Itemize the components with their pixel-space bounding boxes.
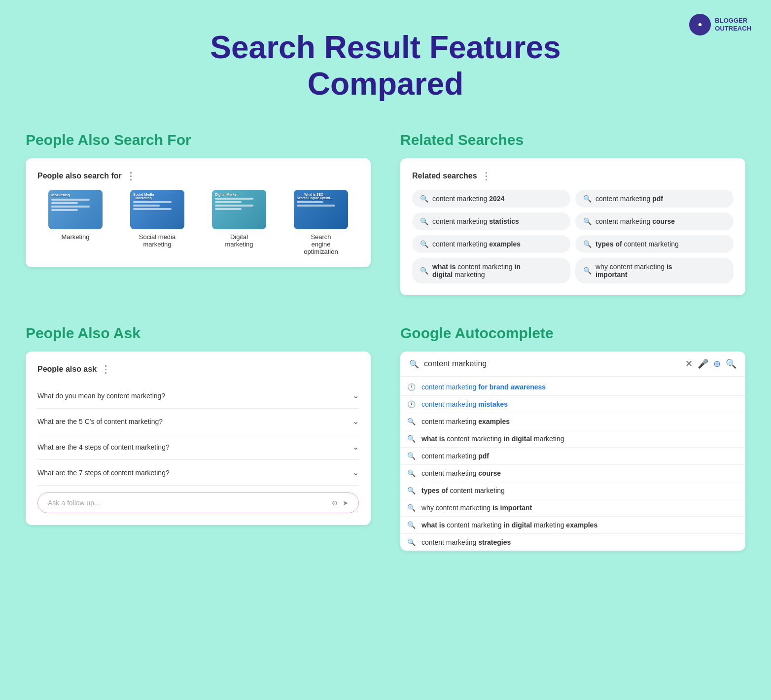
paa-question-text: What are the 4 steps of content marketin… bbox=[37, 443, 170, 451]
search-icon: 🔍 bbox=[407, 504, 416, 512]
related-item-text: content marketing statistics bbox=[432, 217, 519, 225]
page-title: Search Result Features Compared bbox=[20, 30, 751, 102]
autocomplete-item[interactable]: 🔍 content marketing examples bbox=[400, 413, 745, 430]
related-item[interactable]: 🔍 types of content marketing bbox=[575, 235, 734, 253]
paa-question-2[interactable]: What are the 5 C's of content marketing?… bbox=[37, 409, 359, 434]
autocomplete-section-label: Google Autocomplete bbox=[400, 325, 745, 342]
search-icon: 🔍 bbox=[409, 359, 419, 369]
autocomplete-item[interactable]: 🔍 what is content marketing in digital m… bbox=[400, 517, 745, 534]
close-icon[interactable]: ✕ bbox=[685, 358, 693, 369]
ac-item-text: content marketing strategies bbox=[421, 538, 511, 546]
related-item[interactable]: 🔍 content marketing examples bbox=[412, 235, 570, 253]
pasf-thumb-digital: Digital Marke... bbox=[212, 190, 266, 229]
search-icon: 🔍 bbox=[420, 240, 428, 248]
search-icon: 🔍 bbox=[407, 452, 416, 460]
search-icon: 🔍 bbox=[407, 435, 416, 443]
search-icon: 🔍 bbox=[407, 538, 416, 546]
paa-question-1[interactable]: What do you mean by content marketing? ⌄ bbox=[37, 383, 359, 409]
search-icon: 🔍 bbox=[583, 240, 592, 248]
logo: BLOGGER OUTREACH bbox=[689, 14, 751, 35]
svg-point-1 bbox=[699, 23, 701, 26]
ac-item-text: content marketing mistakes bbox=[421, 400, 508, 408]
related-item[interactable]: 🔍 content marketing 2024 bbox=[412, 190, 570, 208]
related-menu-dots: ⋮ bbox=[481, 170, 492, 182]
ac-item-text: content marketing course bbox=[421, 469, 501, 477]
paa-followup-placeholder: Ask a follow up... bbox=[48, 499, 100, 507]
paa-menu-dots: ⋮ bbox=[101, 363, 111, 375]
related-item-text: why content marketing isimportant bbox=[596, 263, 672, 279]
related-grid: 🔍 content marketing 2024 🔍 content marke… bbox=[412, 190, 734, 283]
ac-item-text: types of content marketing bbox=[421, 487, 505, 494]
related-item-text: content marketing 2024 bbox=[432, 195, 504, 203]
pasf-item[interactable]: What is SEO -Search Engine Optimi... Sea… bbox=[283, 190, 359, 255]
paa-followup-icons: ⊙ ➤ bbox=[332, 499, 349, 507]
related-item[interactable]: 🔍 why content marketing isimportant bbox=[575, 258, 734, 283]
pasf-label-seo: Searchengineoptimization bbox=[304, 233, 338, 255]
search-icon: 🔍 bbox=[407, 487, 416, 494]
search-icon: 🔍 bbox=[583, 195, 592, 203]
pasf-label-social: Social mediamarketing bbox=[139, 233, 175, 248]
autocomplete-search-bar[interactable]: 🔍 content marketing ✕ 🎤 ⊕ 🔍 bbox=[400, 351, 745, 377]
related-section-label: Related Searches bbox=[400, 132, 745, 148]
pasf-label-marketing: Marketing bbox=[61, 233, 89, 241]
pasf-label-digital: Digitalmarketing bbox=[225, 233, 253, 248]
history-icon: 🕐 bbox=[407, 383, 416, 391]
autocomplete-item[interactable]: 🔍 what is content marketing in digital m… bbox=[400, 430, 745, 448]
pasf-section: People Also Search For People also searc… bbox=[26, 132, 371, 295]
ac-item-text: content marketing examples bbox=[421, 418, 510, 425]
related-item[interactable]: 🔍 what is content marketing indigital ma… bbox=[412, 258, 570, 283]
search-icon: 🔍 bbox=[420, 195, 428, 203]
search-icon: 🔍 bbox=[420, 217, 428, 225]
pasf-card-header: People also search for ⋮ bbox=[37, 170, 359, 182]
pasf-thumb-marketing: Marketing bbox=[48, 190, 103, 229]
pasf-thumb-seo: What is SEO -Search Engine Optimi... bbox=[294, 190, 348, 229]
paa-section: People Also Ask People also ask ⋮ What d… bbox=[26, 325, 371, 551]
paa-question-text: What are the 7 steps of content marketin… bbox=[37, 469, 170, 477]
main-grid: People Also Search For People also searc… bbox=[26, 132, 745, 551]
paa-question-text: What are the 5 C's of content marketing? bbox=[37, 418, 163, 425]
search-icon: 🔍 bbox=[420, 267, 428, 275]
related-item-text: content marketing course bbox=[596, 217, 675, 225]
paa-question-text: What do you mean by content marketing? bbox=[37, 392, 165, 400]
related-item-text: content marketing examples bbox=[432, 240, 521, 248]
ac-item-text: content marketing pdf bbox=[421, 452, 489, 460]
autocomplete-item[interactable]: 🔍 content marketing strategies bbox=[400, 534, 745, 551]
autocomplete-item[interactable]: 🔍 content marketing pdf bbox=[400, 448, 745, 465]
pasf-card: People also search for ⋮ Marketing M bbox=[26, 158, 371, 267]
mic-icon[interactable]: 🎤 bbox=[698, 358, 708, 369]
google-search-icon[interactable]: 🔍 bbox=[726, 358, 736, 369]
pasf-item[interactable]: Marketing Marketing bbox=[37, 190, 113, 255]
pasf-item[interactable]: Social MediaMarketing Social mediamarket… bbox=[119, 190, 195, 255]
autocomplete-item[interactable]: 🕐 content marketing mistakes bbox=[400, 396, 745, 413]
search-icon: 🔍 bbox=[583, 217, 592, 225]
paa-question-4[interactable]: What are the 7 steps of content marketin… bbox=[37, 460, 359, 486]
paa-card-header: People also ask ⋮ bbox=[37, 363, 359, 375]
autocomplete-item[interactable]: 🔍 content marketing course bbox=[400, 465, 745, 482]
ac-item-text: why content marketing is important bbox=[421, 504, 532, 512]
paa-followup[interactable]: Ask a follow up... ⊙ ➤ bbox=[37, 492, 359, 513]
search-icon: 🔍 bbox=[407, 521, 416, 529]
autocomplete-item[interactable]: 🔍 why content marketing is important bbox=[400, 499, 745, 517]
pasf-item[interactable]: Digital Marke... Digitalmarketing bbox=[201, 190, 277, 255]
related-item[interactable]: 🔍 content marketing course bbox=[575, 212, 734, 230]
paa-card: People also ask ⋮ What do you mean by co… bbox=[26, 351, 371, 525]
related-item[interactable]: 🔍 content marketing statistics bbox=[412, 212, 570, 230]
search-icon: 🔍 bbox=[407, 469, 416, 477]
pasf-thumb-social: Social MediaMarketing bbox=[130, 190, 184, 229]
autocomplete-card: 🔍 content marketing ✕ 🎤 ⊕ 🔍 🕐 content ma… bbox=[400, 351, 745, 551]
pasf-menu-dots: ⋮ bbox=[126, 170, 137, 182]
autocomplete-item[interactable]: 🔍 types of content marketing bbox=[400, 482, 745, 499]
related-item[interactable]: 🔍 content marketing pdf bbox=[575, 190, 734, 208]
search-icon: 🔍 bbox=[583, 267, 592, 275]
search-icon: 🔍 bbox=[407, 418, 416, 425]
lens-icon[interactable]: ⊕ bbox=[713, 358, 721, 369]
logo-icon bbox=[689, 14, 711, 35]
paa-question-3[interactable]: What are the 4 steps of content marketin… bbox=[37, 434, 359, 460]
autocomplete-item[interactable]: 🕐 content marketing for brand awareness bbox=[400, 379, 745, 396]
autocomplete-section: Google Autocomplete 🔍 content marketing … bbox=[400, 325, 745, 551]
autocomplete-search-value: content marketing bbox=[424, 359, 680, 368]
related-item-text: types of content marketing bbox=[596, 240, 679, 248]
related-item-text: what is content marketing indigital mark… bbox=[432, 263, 521, 279]
logo-text: BLOGGER OUTREACH bbox=[715, 17, 751, 32]
ac-item-text: what is content marketing in digital mar… bbox=[421, 435, 564, 443]
